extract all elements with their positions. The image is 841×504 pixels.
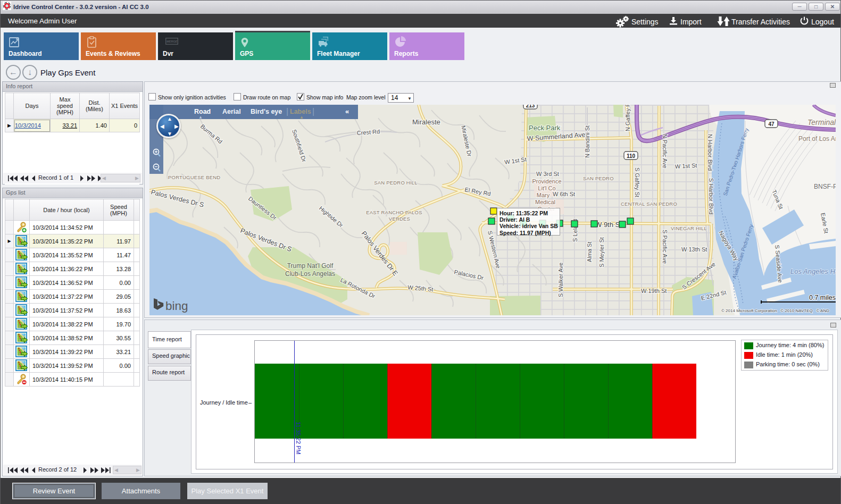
svg-text:© 2014 Microsoft Corporation: © 2014 Microsoft Corporation © 2010 NAVT… (721, 308, 829, 313)
svg-text:Terminal Isl: Terminal Isl (807, 118, 836, 127)
svg-text:CENTRAL SAN PEDRO: CENTRAL SAN PEDRO (621, 201, 677, 207)
svg-text:S Walker Ave: S Walker Ave (557, 263, 564, 297)
svg-text:S Gaffey St: S Gaffey St (634, 167, 640, 197)
svg-text:W 19th St: W 19th St (641, 288, 667, 294)
svg-text:N Harbor Blvd: N Harbor Blvd (707, 134, 713, 171)
svg-text:W 6th St: W 6th St (553, 191, 575, 197)
svg-text:Alma St: Alma St (586, 241, 593, 262)
svg-text:BNSF-Port: BNSF-Port (814, 183, 836, 190)
svg-text:Medical: Medical (535, 199, 555, 205)
svg-text:SAN PEDRO: SAN PEDRO (583, 175, 614, 181)
svg-text:Port of Los Angel: Port of Los Angel (798, 135, 836, 142)
svg-text:S Pacific Ave: S Pacific Ave (662, 230, 668, 264)
svg-text:W 3rd St: W 3rd St (536, 171, 559, 177)
svg-text:Peck Park: Peck Park (529, 124, 561, 132)
svg-text:VERDES: VERDES (389, 216, 410, 222)
svg-text:N Bandini St: N Bandini St (584, 125, 590, 158)
svg-text:Los Angeles Harb: Los Angeles Harb (790, 267, 836, 275)
svg-text:0.7 miles: 0.7 miles (809, 294, 836, 301)
svg-text:Miraleste: Miraleste (412, 118, 440, 126)
svg-text:SAN PEDRO HILL: SAN PEDRO HILL (374, 180, 417, 186)
svg-text:PORTUGUESE BEND: PORTUGUESE BEND (168, 174, 220, 180)
svg-text:213: 213 (526, 105, 535, 108)
svg-text:110: 110 (627, 153, 636, 159)
svg-text:N Gaffey Pl: N Gaffey Pl (624, 105, 631, 131)
svg-text:Providence: Providence (532, 178, 561, 184)
svg-text:W 13th St: W 13th St (681, 246, 707, 253)
svg-text:S Harbor Blvd: S Harbor Blvd (708, 178, 714, 214)
svg-text:N Pacific Ave: N Pacific Ave (662, 134, 668, 169)
svg-text:W 9th St: W 9th St (595, 221, 622, 229)
svg-text:VINEGAR HILL: VINEGAR HILL (671, 225, 707, 231)
svg-text:EAST RANCHO PALOS: EAST RANCHO PALOS (366, 209, 422, 215)
svg-text:Trump Nat'l Golf: Trump Nat'l Golf (287, 262, 334, 270)
svg-text:bing: bing (165, 299, 188, 313)
svg-text:Mary: Mary (537, 192, 550, 198)
svg-text:W 1st St: W 1st St (675, 162, 697, 170)
svg-text:MERGE: MERGE (166, 40, 178, 43)
svg-text:47: 47 (768, 121, 775, 127)
svg-text:S Meyler St: S Meyler St (598, 237, 605, 267)
svg-text:Club-Los Angelas: Club-Los Angelas (285, 270, 335, 278)
